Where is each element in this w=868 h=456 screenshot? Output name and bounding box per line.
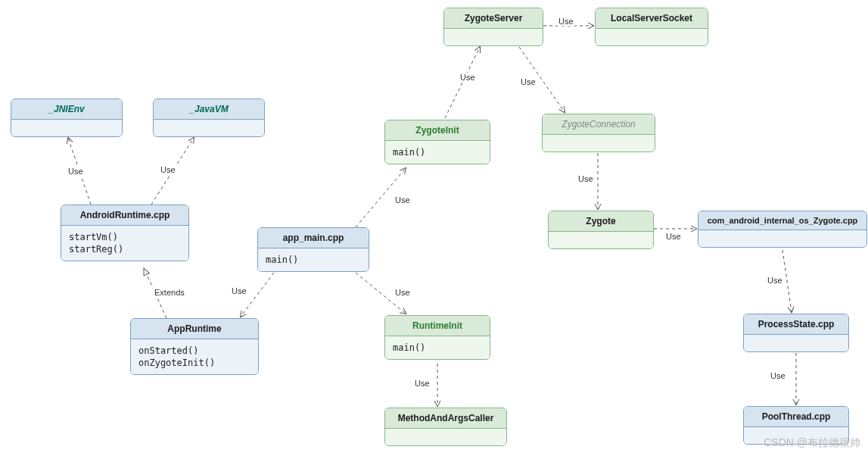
- class-title: _JavaVM: [154, 99, 264, 120]
- class-zygote[interactable]: Zygote: [548, 211, 654, 249]
- class-title: MethodAndArgsCaller: [385, 408, 506, 429]
- edge-appmain-zygoteinit: [356, 168, 406, 227]
- class-title: AppRuntime: [131, 319, 258, 339]
- edge-label: Extends: [153, 288, 186, 297]
- class-title: PoolThread.cpp: [744, 407, 848, 427]
- class-poolthread[interactable]: PoolThread.cpp: [743, 406, 849, 445]
- class-appruntime[interactable]: AppRuntimeonStarted()onZygoteInit(): [130, 318, 259, 375]
- class-title: RuntimeInit: [385, 316, 490, 336]
- edge-label: Use: [557, 17, 575, 26]
- edge-label: Use: [766, 276, 784, 285]
- edge-label: Use: [67, 167, 85, 176]
- class-body: main(): [258, 248, 369, 271]
- class-javavm[interactable]: _JavaVM: [153, 98, 265, 137]
- edge-label: Use: [394, 195, 412, 205]
- method: onZygoteInit(): [138, 358, 250, 368]
- class-title: _JNIEnv: [11, 99, 122, 120]
- class-body: [154, 120, 264, 136]
- class-body: [385, 429, 506, 445]
- class-body: [11, 120, 122, 136]
- class-body: onStarted()onZygoteInit(): [131, 339, 258, 374]
- class-jnienv[interactable]: _JNIEnv: [11, 98, 123, 137]
- edge-label: Use: [664, 232, 683, 241]
- class-title: ZygoteConnection: [543, 114, 655, 135]
- edge-zygoteserver-zygoteconnection: [519, 47, 565, 112]
- class-title: ProcessState.cpp: [744, 314, 848, 335]
- class-runtimeinit[interactable]: RuntimeInitmain(): [384, 315, 490, 360]
- class-comandroidzygote[interactable]: com_android_internal_os_Zygote.cpp: [698, 211, 867, 248]
- class-methodargs[interactable]: MethodAndArgsCaller: [384, 408, 507, 446]
- edge-label: Use: [159, 165, 177, 174]
- method: main(): [393, 342, 482, 353]
- method: startReg(): [69, 244, 181, 255]
- class-body: [596, 29, 708, 45]
- class-localserversocket[interactable]: LocalServerSocket: [595, 8, 708, 46]
- edge-label: Use: [519, 77, 537, 86]
- class-title: ZygoteInit: [385, 120, 490, 141]
- edge-comandroidzygote-processstate: [782, 250, 792, 312]
- edge-androidruntime-javavm: [151, 138, 194, 205]
- method: main(): [266, 255, 361, 265]
- edge-label: Use: [230, 286, 248, 295]
- edge-label: Use: [769, 371, 787, 380]
- class-body: startVm()startReg(): [61, 226, 188, 261]
- class-body: [549, 232, 653, 248]
- method: onStarted(): [138, 345, 250, 356]
- class-title: com_android_internal_os_Zygote.cpp: [698, 211, 866, 230]
- edge-appmain-appruntime: [241, 273, 274, 317]
- class-zygoteserver[interactable]: ZygoteServer: [443, 8, 543, 46]
- edge-label: Use: [394, 288, 412, 297]
- class-body: [744, 335, 848, 351]
- class-zygoteinit[interactable]: ZygoteInitmain(): [384, 120, 490, 164]
- class-title: AndroidRuntime.cpp: [61, 205, 188, 226]
- class-title: app_main.cpp: [258, 228, 369, 248]
- class-androidruntime[interactable]: AndroidRuntime.cppstartVm()startReg(): [61, 205, 189, 261]
- class-body: [698, 230, 866, 247]
- class-title: Zygote: [549, 211, 653, 232]
- class-processstate[interactable]: ProcessState.cpp: [743, 314, 849, 352]
- class-body: [543, 135, 655, 151]
- edge-appruntime-androidruntime: [144, 268, 166, 318]
- method: startVm(): [69, 232, 181, 242]
- class-title: LocalServerSocket: [596, 8, 708, 29]
- edge-appmain-runtimeinit: [356, 273, 406, 314]
- edge-zygoteinit-zygoteserver: [445, 47, 480, 118]
- class-body: main(): [385, 141, 490, 164]
- class-appmain[interactable]: app_main.cppmain(): [257, 227, 369, 272]
- class-body: [744, 427, 848, 444]
- class-zygoteconnection[interactable]: ZygoteConnection: [542, 114, 655, 152]
- edge-label: Use: [577, 174, 595, 183]
- method: main(): [393, 147, 482, 158]
- edge-label: Use: [459, 73, 477, 82]
- class-title: ZygoteServer: [444, 8, 543, 29]
- edge-label: Use: [413, 379, 431, 388]
- class-body: main(): [385, 336, 490, 359]
- edge-androidruntime-jnienv: [68, 138, 91, 205]
- class-body: [444, 29, 543, 45]
